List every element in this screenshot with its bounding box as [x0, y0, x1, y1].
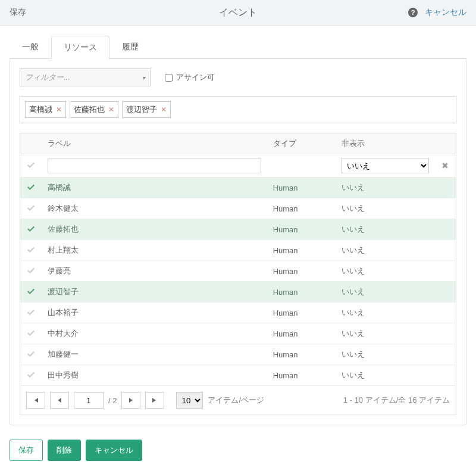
table-row[interactable]: 高橋誠Humanいいえ: [20, 177, 456, 198]
row-type: Human: [267, 344, 336, 365]
row-spacer: [435, 323, 456, 344]
row-type: Human: [267, 365, 336, 386]
tab-history[interactable]: 履歴: [109, 35, 151, 58]
tabs: 一般 リソース 履歴: [10, 35, 466, 59]
row-type: Human: [267, 240, 336, 261]
table-row[interactable]: 村上翔太Humanいいえ: [20, 240, 456, 261]
row-check[interactable]: [20, 240, 42, 261]
row-hidden: いいえ: [336, 198, 434, 219]
tab-resources[interactable]: リソース: [51, 36, 109, 59]
pager-next-icon[interactable]: [121, 392, 140, 409]
row-hidden: いいえ: [336, 282, 434, 303]
table-row[interactable]: 佐藤拓也Humanいいえ: [20, 219, 456, 240]
row-spacer: [435, 240, 456, 261]
row-check[interactable]: [20, 261, 42, 282]
col-clear-header: [435, 133, 456, 154]
tag: 渡辺智子✕: [122, 101, 171, 118]
filter-select[interactable]: フィルター... ▾: [20, 68, 151, 86]
tag-label: 高橋誠: [29, 104, 52, 115]
col-type-header[interactable]: タイプ: [267, 133, 336, 154]
row-hidden: いいえ: [336, 344, 434, 365]
clear-filters-icon[interactable]: ✖: [435, 154, 456, 177]
row-spacer: [435, 282, 456, 303]
row-hidden: いいえ: [336, 303, 434, 323]
row-label: 伊藤亮: [42, 261, 267, 282]
row-check[interactable]: [20, 177, 42, 198]
col-hidden-header[interactable]: 非表示: [336, 133, 434, 154]
row-check[interactable]: [20, 282, 42, 303]
row-type: Human: [267, 303, 336, 323]
page-title: イベント: [219, 7, 257, 19]
row-check[interactable]: [20, 344, 42, 365]
hidden-filter-select[interactable]: いいえ: [342, 158, 428, 173]
save-link[interactable]: 保存: [10, 7, 26, 18]
row-hidden: いいえ: [336, 261, 434, 282]
chevron-down-icon: ▾: [142, 74, 145, 81]
row-spacer: [435, 177, 456, 198]
selected-tags: 高橋誠✕佐藤拓也✕渡辺智子✕: [20, 96, 456, 123]
tag: 佐藤拓也✕: [70, 101, 118, 118]
tag-remove-icon[interactable]: ✕: [56, 105, 62, 114]
row-label: 山本裕子: [42, 303, 267, 323]
help-icon[interactable]: ?: [408, 8, 418, 17]
pager-perpage-label: アイテム/ページ: [208, 395, 264, 406]
row-type: Human: [267, 177, 336, 198]
row-type: Human: [267, 261, 336, 282]
row-type: Human: [267, 323, 336, 344]
pager-total: / 2: [108, 396, 117, 405]
tab-general[interactable]: 一般: [10, 35, 51, 58]
pager-summary: 1 - 10 アイテム/全 16 アイテム: [343, 395, 450, 406]
row-hidden: いいえ: [336, 219, 434, 240]
row-spacer: [435, 219, 456, 240]
table-row[interactable]: 鈴木健太Humanいいえ: [20, 198, 456, 219]
row-check[interactable]: [20, 198, 42, 219]
row-check[interactable]: [20, 323, 42, 344]
select-all-check[interactable]: [20, 154, 42, 177]
tag-label: 渡辺智子: [126, 104, 157, 115]
row-hidden: いいえ: [336, 323, 434, 344]
assignable-label: アサイン可: [176, 72, 215, 83]
table-row[interactable]: 山本裕子Humanいいえ: [20, 303, 456, 323]
save-button[interactable]: 保存: [10, 440, 43, 461]
row-label: 田中秀樹: [42, 365, 267, 386]
row-label: 佐藤拓也: [42, 219, 267, 240]
row-spacer: [435, 261, 456, 282]
pager-last-icon[interactable]: [145, 392, 164, 409]
row-type: Human: [267, 198, 336, 219]
row-label: 加藤健一: [42, 344, 267, 365]
row-spacer: [435, 344, 456, 365]
row-label: 鈴木健太: [42, 198, 267, 219]
row-hidden: いいえ: [336, 177, 434, 198]
filter-placeholder: フィルター...: [25, 72, 70, 83]
cancel-link[interactable]: キャンセル: [425, 7, 466, 18]
tag-remove-icon[interactable]: ✕: [161, 105, 167, 114]
row-label: 中村大介: [42, 323, 267, 344]
table-row[interactable]: 渡辺智子Humanいいえ: [20, 282, 456, 303]
row-check[interactable]: [20, 219, 42, 240]
pager-prev-icon[interactable]: [50, 392, 69, 409]
table-row[interactable]: 加藤健一Humanいいえ: [20, 344, 456, 365]
row-check[interactable]: [20, 303, 42, 323]
table-row[interactable]: 中村大介Humanいいえ: [20, 323, 456, 344]
assignable-input[interactable]: [165, 74, 173, 82]
resource-table: ラベル タイプ 非表示 いいえ ✖: [20, 133, 456, 386]
row-hidden: いいえ: [336, 240, 434, 261]
pager: / 2 10 アイテム/ページ 1 - 10 アイテム/全 16 アイテム: [20, 386, 456, 415]
tag: 高橋誠✕: [25, 101, 66, 118]
row-check[interactable]: [20, 365, 42, 386]
tag-remove-icon[interactable]: ✕: [108, 105, 114, 114]
pager-perpage-select[interactable]: 10: [176, 392, 203, 409]
col-label-header[interactable]: ラベル: [42, 133, 267, 154]
cancel-button[interactable]: キャンセル: [86, 440, 142, 461]
row-label: 村上翔太: [42, 240, 267, 261]
table-row[interactable]: 伊藤亮Humanいいえ: [20, 261, 456, 282]
assignable-checkbox[interactable]: アサイン可: [165, 72, 215, 83]
row-hidden: いいえ: [336, 365, 434, 386]
pager-first-icon[interactable]: [26, 392, 45, 409]
delete-button[interactable]: 削除: [48, 440, 81, 461]
row-type: Human: [267, 219, 336, 240]
label-filter-input[interactable]: [48, 158, 261, 173]
pager-current-input[interactable]: [74, 392, 104, 409]
table-row[interactable]: 田中秀樹Humanいいえ: [20, 365, 456, 386]
row-spacer: [435, 365, 456, 386]
